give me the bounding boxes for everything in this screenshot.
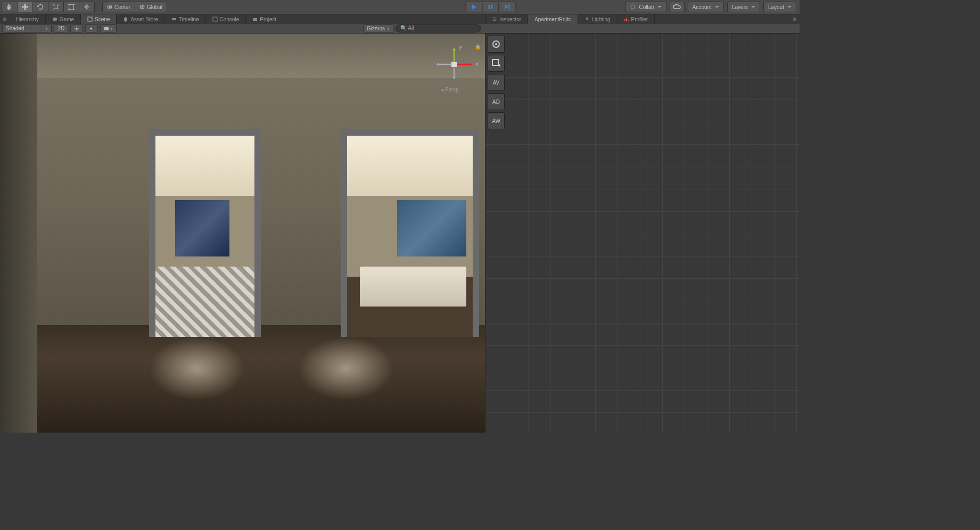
svg-rect-24 bbox=[104, 27, 109, 30]
search-prefix: All bbox=[408, 25, 414, 31]
lighting-toggle[interactable] bbox=[70, 24, 83, 32]
svg-rect-14 bbox=[88, 17, 92, 21]
tab-options-left[interactable] bbox=[0, 14, 10, 24]
2d-label: 2D bbox=[57, 26, 64, 31]
svg-rect-22 bbox=[628, 20, 629, 21]
editor-tool-ad[interactable]: AD bbox=[488, 93, 505, 110]
editor-tool-aw-label: AW bbox=[492, 118, 500, 124]
layout-label: Layout bbox=[768, 4, 784, 10]
tab-project[interactable]: Project bbox=[246, 14, 283, 24]
apartment-editor-panel: AV AD AW bbox=[485, 34, 800, 433]
rotate-tool[interactable] bbox=[32, 2, 48, 12]
tabs-right-group: Inspector ApartmentEditc Lighting Profil… bbox=[485, 14, 800, 24]
svg-rect-17 bbox=[253, 18, 257, 21]
tab-hierarchy[interactable]: Hierarchy bbox=[10, 14, 46, 24]
gizmo-center[interactable] bbox=[451, 62, 457, 67]
gizmo-neg-x-axis[interactable] bbox=[436, 63, 451, 66]
scene-view[interactable]: y x 🔒 ◂ Persp bbox=[0, 34, 485, 433]
tab-console[interactable]: Console bbox=[206, 14, 246, 24]
step-button[interactable] bbox=[498, 2, 515, 12]
tab-apartment-editor[interactable]: ApartmentEditc bbox=[528, 14, 578, 24]
gizmo-neg-z-axis[interactable] bbox=[452, 68, 456, 79]
layout-dropdown[interactable]: Layout bbox=[763, 2, 796, 12]
svg-rect-20 bbox=[624, 19, 625, 21]
rect-tool[interactable] bbox=[63, 2, 79, 12]
transform-tool[interactable] bbox=[79, 2, 95, 12]
scene-search-input[interactable]: 🔍 All bbox=[396, 24, 481, 32]
svg-rect-21 bbox=[626, 18, 627, 21]
tab-timeline[interactable]: Timeline bbox=[165, 14, 205, 24]
svg-rect-10 bbox=[491, 5, 492, 9]
pivot-center-button[interactable]: Center bbox=[102, 2, 135, 12]
svg-point-4 bbox=[73, 9, 75, 10]
editor-tool-select[interactable] bbox=[488, 36, 505, 53]
tab-scene[interactable]: Scene bbox=[81, 14, 117, 24]
tab-game[interactable]: Game bbox=[46, 14, 81, 24]
tab-label: ApartmentEditc bbox=[534, 16, 571, 22]
svg-rect-15 bbox=[172, 18, 176, 20]
tab-options-right[interactable] bbox=[790, 14, 800, 24]
svg-point-18 bbox=[493, 18, 496, 21]
tab-label: Scene bbox=[95, 16, 110, 22]
editor-tool-add-room[interactable] bbox=[488, 55, 505, 72]
pivot-center-label: Center bbox=[114, 4, 130, 10]
tab-profiler[interactable]: Profiler bbox=[617, 14, 655, 24]
move-tool[interactable] bbox=[17, 2, 33, 12]
tab-label: Hierarchy bbox=[16, 16, 39, 22]
transform-tools bbox=[2, 2, 94, 12]
collab-dropdown[interactable]: Collab bbox=[625, 2, 666, 12]
editor-toolbar: AV AD AW bbox=[488, 36, 505, 129]
editor-tool-av[interactable]: AV bbox=[488, 74, 505, 91]
main-toolbar: Center Global Collab Account Layers Layo… bbox=[0, 0, 800, 14]
svg-rect-11 bbox=[508, 4, 509, 10]
scale-tool[interactable] bbox=[48, 2, 64, 12]
account-label: Account bbox=[693, 4, 712, 10]
pivot-global-button[interactable]: Global bbox=[135, 2, 167, 12]
gizmo-projection-toggle[interactable]: ◂ Persp bbox=[441, 87, 459, 93]
tab-asset-store[interactable]: Asset Store bbox=[117, 14, 165, 24]
tab-inspector[interactable]: Inspector bbox=[485, 14, 528, 24]
shading-label: Shaded bbox=[6, 26, 24, 31]
tab-label: Console bbox=[220, 16, 240, 22]
editor-tool-ad-label: AD bbox=[492, 99, 500, 105]
svg-point-6 bbox=[109, 6, 111, 8]
layers-dropdown[interactable]: Layers bbox=[727, 2, 760, 12]
floorplan-canvas[interactable] bbox=[485, 34, 645, 113]
shading-mode-dropdown[interactable]: Shaded▾ bbox=[2, 24, 52, 32]
scene-orientation-gizmo[interactable]: y x 🔒 ◂ Persp bbox=[433, 43, 475, 86]
tab-label: Profiler bbox=[631, 16, 648, 22]
gizmo-x-axis[interactable] bbox=[457, 63, 472, 66]
hand-tool[interactable] bbox=[2, 2, 18, 12]
tab-label: Timeline bbox=[179, 16, 199, 22]
fx-toggle[interactable]: ▾ bbox=[100, 24, 117, 32]
svg-point-1 bbox=[68, 4, 70, 5]
svg-point-26 bbox=[495, 43, 497, 45]
pause-button[interactable] bbox=[482, 2, 499, 12]
gizmo-y-axis[interactable] bbox=[452, 47, 456, 62]
gizmos-label: Gizmos bbox=[367, 26, 385, 31]
svg-rect-9 bbox=[488, 5, 490, 9]
play-button[interactable] bbox=[465, 2, 482, 12]
svg-point-12 bbox=[631, 5, 635, 9]
tab-lighting[interactable]: Lighting bbox=[578, 14, 617, 24]
pivot-controls: Center Global bbox=[102, 2, 167, 12]
svg-point-3 bbox=[68, 9, 70, 10]
audio-toggle[interactable] bbox=[85, 24, 98, 32]
scene-sub-toolbar: Shaded▾ 2D ▾ Gizmos▾ 🔍 All bbox=[0, 24, 800, 34]
collab-label: Collab bbox=[639, 4, 654, 10]
gizmo-lock-icon[interactable]: 🔒 bbox=[475, 44, 481, 49]
svg-point-23 bbox=[76, 28, 78, 30]
pivot-global-label: Global bbox=[147, 4, 162, 10]
tab-label: Project bbox=[260, 16, 276, 22]
svg-rect-27 bbox=[492, 60, 498, 65]
2d-toggle[interactable]: 2D bbox=[54, 24, 68, 32]
tab-label: Game bbox=[60, 16, 74, 22]
account-dropdown[interactable]: Account bbox=[688, 2, 724, 12]
gizmos-dropdown[interactable]: Gizmos▾ bbox=[363, 24, 393, 32]
gizmo-x-label: x bbox=[476, 61, 479, 67]
editor-tool-aw[interactable]: AW bbox=[488, 112, 505, 129]
cloud-button[interactable] bbox=[670, 2, 685, 12]
tabs-left-group: Hierarchy Game Scene Asset Store Timelin… bbox=[0, 14, 485, 24]
layers-label: Layers bbox=[732, 4, 748, 10]
editor-tool-av-label: AV bbox=[493, 80, 500, 86]
